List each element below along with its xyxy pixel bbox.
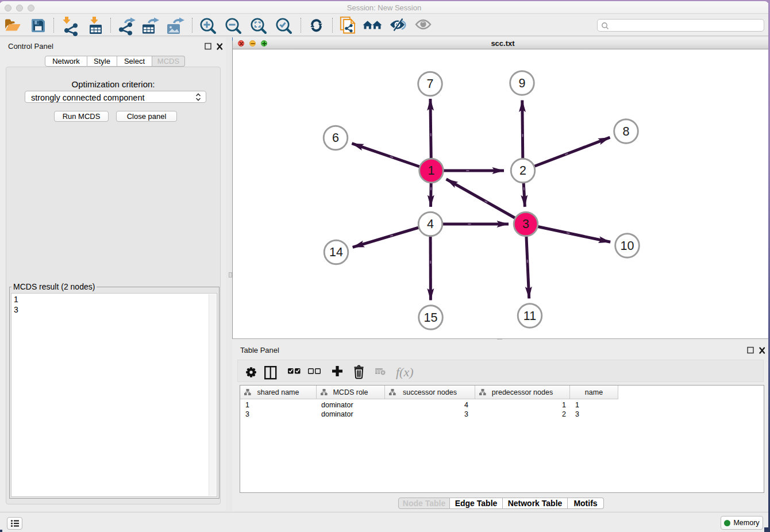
- svg-text:6: 6: [332, 131, 339, 145]
- svg-text:2: 2: [519, 164, 526, 178]
- svg-text:15: 15: [424, 311, 438, 325]
- svg-text:11: 11: [523, 309, 536, 323]
- svg-text:4: 4: [427, 217, 434, 231]
- svg-text:10: 10: [621, 239, 634, 253]
- svg-text:9: 9: [519, 76, 526, 90]
- svg-text:14: 14: [329, 245, 343, 259]
- svg-text:1: 1: [428, 164, 435, 178]
- svg-text:3: 3: [522, 217, 529, 231]
- svg-text:8: 8: [623, 125, 630, 138]
- svg-text:7: 7: [427, 77, 434, 91]
- svg-text:f(x): f(x): [396, 365, 414, 379]
